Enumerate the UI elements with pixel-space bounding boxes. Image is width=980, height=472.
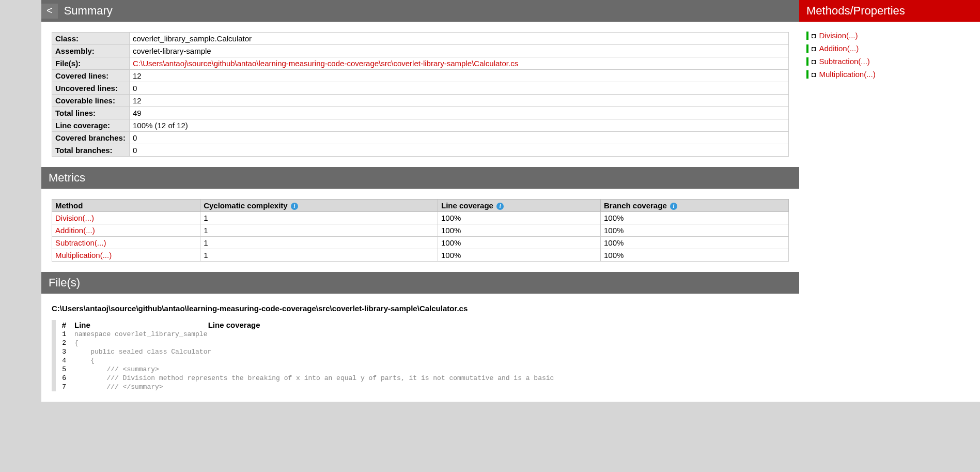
info-icon[interactable]: i bbox=[670, 203, 677, 210]
summary-header: < Summary bbox=[41, 0, 799, 22]
line-number: 7 bbox=[56, 383, 71, 391]
line-number: 5 bbox=[56, 365, 71, 374]
source-line: /// <summary> bbox=[71, 365, 557, 374]
summary-value: C:\Users\antaoj\source\github\antao\lear… bbox=[130, 57, 789, 70]
method-link[interactable]: Addition(...) bbox=[55, 226, 95, 235]
summary-row: Covered branches:0 bbox=[52, 132, 789, 144]
sidebar-method-link[interactable]: Multiplication(...) bbox=[819, 70, 875, 79]
summary-row: Total branches:0 bbox=[52, 144, 789, 157]
metrics-col: Method bbox=[52, 200, 200, 212]
summary-row: Coverable lines:12 bbox=[52, 95, 789, 107]
summary-value: 0 bbox=[130, 82, 789, 95]
code-line: 4 { bbox=[52, 356, 557, 365]
coverage-indicator bbox=[806, 44, 808, 53]
summary-row: Covered lines:12 bbox=[52, 70, 789, 82]
cube-icon: ◘ bbox=[812, 70, 816, 79]
cube-icon: ◘ bbox=[812, 57, 816, 66]
lc-value: 100% bbox=[438, 249, 601, 262]
method-item: ◘Multiplication(...) bbox=[806, 70, 973, 79]
summary-label: Line coverage: bbox=[52, 119, 130, 132]
back-button[interactable]: < bbox=[41, 4, 58, 19]
summary-row: Uncovered lines:0 bbox=[52, 82, 789, 95]
cube-icon: ◘ bbox=[812, 32, 816, 40]
metrics-row: Multiplication(...)1100%100% bbox=[52, 249, 789, 262]
summary-row: Class:coverlet_library_sample.Calculator bbox=[52, 33, 789, 45]
method-link[interactable]: Division(...) bbox=[55, 214, 94, 222]
summary-table: Class:coverlet_library_sample.Calculator… bbox=[52, 32, 789, 157]
summary-label: Uncovered lines: bbox=[52, 82, 130, 95]
metrics-row: Division(...)1100%100% bbox=[52, 212, 789, 224]
metrics-col: Line coverage i bbox=[438, 200, 601, 212]
cc-value: 1 bbox=[200, 224, 438, 237]
coverage-bar bbox=[52, 365, 56, 374]
source-line: namespace coverlet_library_sample bbox=[71, 330, 557, 339]
source-line: public sealed class Calculator bbox=[71, 347, 557, 356]
file-link[interactable]: C:\Users\antaoj\source\github\antao\lear… bbox=[133, 59, 518, 68]
code-line: 7 /// </summary> bbox=[52, 383, 557, 391]
method-list: ◘Division(...)◘Addition(...)◘Subtraction… bbox=[799, 22, 980, 92]
summary-label: File(s): bbox=[52, 57, 130, 70]
coverage-bar bbox=[52, 383, 56, 391]
line-number: 3 bbox=[56, 347, 71, 356]
sidebar-method-link[interactable]: Division(...) bbox=[819, 31, 858, 40]
summary-label: Covered lines: bbox=[52, 70, 130, 82]
summary-value: 0 bbox=[130, 132, 789, 144]
info-icon[interactable]: i bbox=[291, 203, 298, 210]
sidebar-method-link[interactable]: Subtraction(...) bbox=[819, 57, 869, 66]
source-line: { bbox=[71, 356, 557, 365]
summary-row: Total lines:49 bbox=[52, 107, 789, 119]
cc-value: 1 bbox=[200, 249, 438, 262]
bc-value: 100% bbox=[601, 237, 789, 249]
code-line: 6 /// Division method represents the bre… bbox=[52, 374, 557, 383]
bc-value: 100% bbox=[601, 249, 789, 262]
summary-label: Total lines: bbox=[52, 107, 130, 119]
metrics-col: Branch coverage i bbox=[601, 200, 789, 212]
summary-value: coverlet_library_sample.Calculator bbox=[130, 33, 789, 45]
coverage-indicator bbox=[806, 32, 808, 40]
metrics-col: Cyclomatic complexity i bbox=[200, 200, 438, 212]
method-link[interactable]: Multiplication(...) bbox=[55, 251, 112, 260]
coverage-indicator bbox=[806, 57, 808, 66]
summary-label: Coverable lines: bbox=[52, 95, 130, 107]
source-line: { bbox=[71, 339, 557, 347]
coverage-bar bbox=[52, 356, 56, 365]
line-number: 6 bbox=[56, 374, 71, 383]
summary-label: Class: bbox=[52, 33, 130, 45]
summary-row: File(s):C:\Users\antaoj\source\github\an… bbox=[52, 57, 789, 70]
summary-value: coverlet-library-sample bbox=[130, 45, 789, 57]
summary-value: 49 bbox=[130, 107, 789, 119]
code-table: # Line Line coverage 1namespace coverlet… bbox=[52, 320, 557, 391]
summary-row: Line coverage:100% (12 of 12) bbox=[52, 119, 789, 132]
metrics-title: Metrics bbox=[49, 171, 85, 185]
line-number: 1 bbox=[56, 330, 71, 339]
line-number: 2 bbox=[56, 339, 71, 347]
lc-value: 100% bbox=[438, 237, 601, 249]
files-header: File(s) bbox=[41, 272, 799, 294]
code-line: 2{ bbox=[52, 339, 557, 347]
code-line: 1namespace coverlet_library_sample bbox=[52, 330, 557, 339]
coverage-bar bbox=[52, 374, 56, 383]
method-item: ◘Subtraction(...) bbox=[806, 57, 973, 66]
summary-value: 0 bbox=[130, 144, 789, 157]
cc-value: 1 bbox=[200, 237, 438, 249]
summary-value: 12 bbox=[130, 70, 789, 82]
metrics-row: Addition(...)1100%100% bbox=[52, 224, 789, 237]
summary-row: Assembly:coverlet-library-sample bbox=[52, 45, 789, 57]
cube-icon: ◘ bbox=[812, 44, 816, 53]
sidebar-method-link[interactable]: Addition(...) bbox=[819, 44, 859, 53]
method-link[interactable]: Subtraction(...) bbox=[55, 238, 106, 247]
coverage-indicator bbox=[806, 70, 808, 79]
coverage-bar bbox=[52, 347, 56, 356]
info-icon[interactable]: i bbox=[496, 203, 504, 210]
bc-value: 100% bbox=[601, 224, 789, 237]
col-num: # bbox=[56, 320, 71, 330]
summary-title: Summary bbox=[64, 4, 113, 18]
code-line: 5 /// <summary> bbox=[52, 365, 557, 374]
source-line: /// </summary> bbox=[71, 383, 557, 391]
metrics-table: MethodCyclomatic complexity iLine covera… bbox=[52, 199, 789, 262]
files-title: File(s) bbox=[49, 276, 80, 290]
summary-value: 12 bbox=[130, 95, 789, 107]
bc-value: 100% bbox=[601, 212, 789, 224]
col-cov: Line coverage bbox=[205, 320, 557, 330]
col-line: Line bbox=[71, 320, 205, 330]
